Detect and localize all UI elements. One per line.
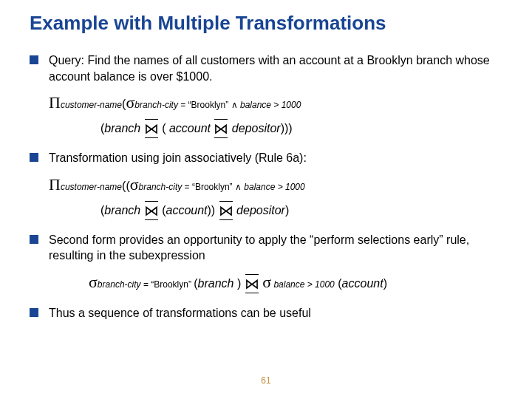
rel-depositor: depositor xyxy=(233,204,285,216)
join-icon: ⋈ xyxy=(214,117,228,140)
sigma-sub-bc: branch-city xyxy=(98,279,141,290)
formula-rule6a: Πcustomer-name((σbranch-city = “Brooklyn… xyxy=(49,172,502,222)
pi-icon: Π xyxy=(49,93,61,112)
sigma-sub-bc: branch-city xyxy=(134,100,178,110)
rel-branch: branch xyxy=(104,122,143,134)
page-number: 61 xyxy=(0,375,532,386)
paren: (( xyxy=(122,180,130,192)
rel-branch: branch xyxy=(198,277,237,290)
rel-account: account xyxy=(342,277,383,290)
join-icon: ⋈ xyxy=(219,200,233,222)
rel-account: account xyxy=(166,122,214,134)
rel-depositor: depositor xyxy=(228,122,280,134)
bullet-push-selection: Second form provides an opportunity to a… xyxy=(30,232,502,264)
bullet-icon xyxy=(30,308,38,317)
join-icon: ⋈ xyxy=(144,200,159,222)
sigma-icon: σ xyxy=(126,93,134,112)
slide-title: Example with Multiple Transformations xyxy=(30,12,502,35)
rel-account: account xyxy=(166,204,207,216)
balance-cond: balance > 1000 xyxy=(271,279,335,290)
pi-subscript: customer-name xyxy=(61,182,122,192)
balance-cond: balance > 1000 xyxy=(242,182,305,192)
bullet-query: Query: Find the names of all customers w… xyxy=(30,52,502,84)
formula-initial: Πcustomer-name(σbranch-city = “Brooklyn”… xyxy=(49,90,502,140)
and-icon: ∧ xyxy=(235,182,242,192)
join-icon: ⋈ xyxy=(245,273,259,295)
brooklyn-literal: = “Brooklyn” xyxy=(182,182,235,192)
formula-pushed: σbranch-city = “Brooklyn” (branch ) ⋈ σ … xyxy=(89,270,502,295)
rel-branch: branch xyxy=(104,204,143,216)
sigma-icon: σ xyxy=(130,175,139,194)
bullet-conclusion: Thus a sequence of transformations can b… xyxy=(30,305,502,321)
bullet-text: Query: Find the names of all customers w… xyxy=(49,52,502,84)
bullet-text: Transformation using join associatively … xyxy=(49,150,502,166)
paren: ) xyxy=(211,204,215,216)
paren: ) xyxy=(285,204,289,216)
paren: ) xyxy=(237,277,241,290)
bullet-icon xyxy=(30,153,38,162)
sigma-icon: σ xyxy=(262,273,271,291)
and-icon: ∧ xyxy=(231,100,238,110)
bullet-text: Thus a sequence of transformations can b… xyxy=(49,305,502,321)
pi-icon: Π xyxy=(49,175,61,194)
bullet-rule6a: Transformation using join associatively … xyxy=(30,150,502,166)
pi-subscript: customer-name xyxy=(61,100,122,110)
sigma-sub-bc: branch-city xyxy=(139,182,183,192)
paren: ) xyxy=(383,277,387,290)
paren: ) xyxy=(288,122,292,134)
join-icon: ⋈ xyxy=(144,117,159,140)
bullet-icon xyxy=(30,55,38,64)
brooklyn-literal: = “Brooklyn” xyxy=(178,100,231,110)
balance-cond: balance > 1000 xyxy=(238,100,301,110)
sigma-icon: σ xyxy=(89,273,98,291)
bullet-text: Second form provides an opportunity to a… xyxy=(49,232,502,264)
brooklyn-literal: = “Brooklyn” xyxy=(141,279,194,290)
bullet-icon xyxy=(30,235,38,244)
